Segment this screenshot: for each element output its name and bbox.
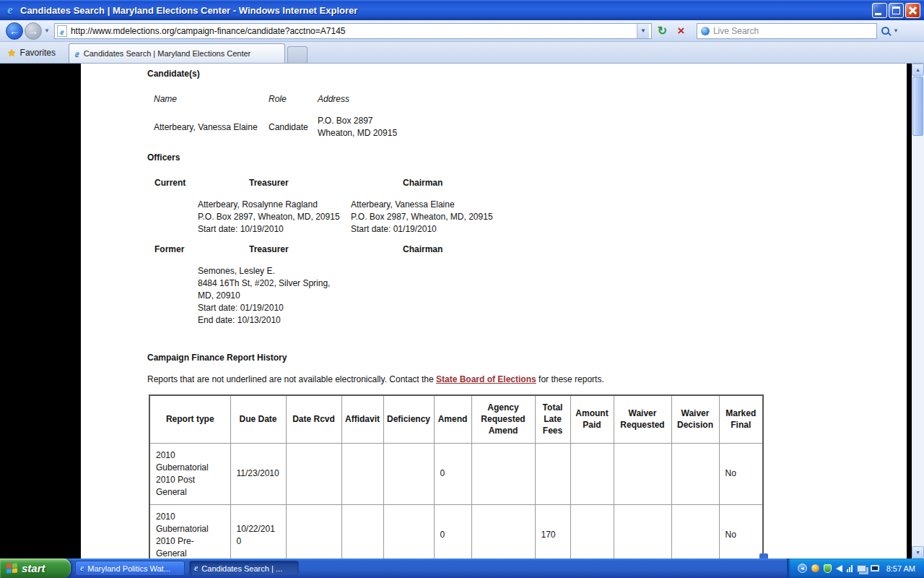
note-suffix: for these reports. [536, 374, 604, 384]
cell-agency-requested-amend [471, 504, 535, 558]
col-marked-final: Marked Final [719, 395, 763, 443]
scroll-down-icon: ▼ [915, 550, 920, 555]
navigation-toolbar: ← → ▼ e ▼ ↻ × ▼ [0, 20, 924, 42]
scroll-down-button[interactable]: ▼ [912, 546, 924, 558]
col-affidavit: Affidavit [341, 395, 383, 443]
ie-logo-icon: e [4, 4, 17, 17]
scrollbar-thumb[interactable] [912, 77, 923, 136]
cell-due-date: 11/23/2010 [230, 443, 286, 504]
cell-amount-paid [570, 504, 614, 558]
report-history-note: Reports that are not underlined are not … [147, 374, 907, 386]
new-tab-button[interactable] [287, 46, 308, 63]
tab-title: Candidates Search | Maryland Elections C… [84, 49, 251, 58]
minimize-icon [875, 13, 881, 15]
cell-marked-final: No [719, 443, 763, 504]
former-treasurer-address-line1: 8484 16Th St, #202, Silver Spring, [198, 277, 351, 290]
address-dropdown-button[interactable]: ▼ [637, 24, 649, 38]
favorites-button[interactable]: ★ Favorites [4, 43, 61, 62]
stop-button[interactable]: × [673, 22, 689, 39]
system-tray: ◄ 8:57 AM [787, 558, 924, 578]
address-bar[interactable]: e ▼ [54, 23, 652, 39]
hide-icons-button[interactable]: ◄ [798, 564, 807, 573]
live-search-box[interactable] [697, 23, 877, 39]
column-header-address: Address [318, 94, 601, 105]
browser-window: e Candidates Search | Maryland Elections… [0, 0, 924, 578]
refresh-button[interactable]: ↻ [654, 22, 671, 39]
cell-deficiency [383, 443, 434, 504]
window-title: Candidates Search | Maryland Elections C… [20, 5, 871, 16]
signal-tray-icon[interactable] [847, 565, 853, 572]
current-chairman-block: Atterbeary, Vanessa Elaine P.O. Box 2987… [351, 199, 907, 236]
table-row: 2010 Gubernatorial 2010 Pre-General 10/2… [149, 504, 763, 558]
cell-report-type: 2010 Gubernatorial 2010 Post General [149, 443, 230, 504]
current-treasurer-start-date: Start date: 10/19/2010 [198, 223, 351, 236]
state-board-link[interactable]: State Board of Elections [436, 374, 536, 384]
cell-waiver-decision [671, 504, 719, 558]
minimize-button[interactable] [872, 3, 887, 18]
page-viewport: Candidate(s) Name Role Address Atterbear… [0, 64, 924, 558]
cell-amount-paid [570, 443, 614, 504]
treasurer-label: Treasurer [198, 178, 351, 189]
candidate-address-line2: Wheaton, MD 20915 [318, 127, 601, 139]
update-tray-icon[interactable] [811, 564, 819, 572]
close-button[interactable] [905, 3, 920, 18]
report-history-heading: Campaign Finance Report History [147, 353, 907, 363]
ie-task-icon: e [80, 563, 84, 574]
cell-report-type: 2010 Gubernatorial 2010 Pre-General [149, 504, 230, 558]
forward-button[interactable]: → [25, 22, 42, 40]
forward-arrow-icon: → [28, 25, 38, 37]
col-due-date: Due Date [230, 395, 286, 443]
favorites-star-icon: ★ [7, 47, 17, 59]
cell-affidavit [341, 504, 383, 558]
column-header-role: Role [269, 94, 318, 105]
task-label: Candidates Search | ... [201, 564, 282, 573]
favicon-glyph: e [60, 27, 64, 35]
ie-logo-glyph: e [7, 3, 13, 17]
current-chairman-address: P.O. Box 2987, Wheaton, MD, 20915 [351, 211, 907, 223]
refresh-icon: ↻ [658, 24, 667, 38]
display-tray-icon[interactable] [871, 565, 879, 571]
start-button[interactable]: start [0, 558, 71, 578]
col-report-type: Report type [149, 395, 230, 443]
cell-total-late-fees [535, 443, 570, 504]
scroll-up-button[interactable]: ▲ [912, 64, 924, 76]
candidate-address: P.O. Box 2897 Wheaton, MD 20915 [318, 115, 601, 139]
officers-current-header-row: Current Treasurer Chairman [147, 178, 907, 189]
cell-deficiency [383, 504, 434, 558]
security-tray-icon[interactable] [824, 564, 832, 573]
candidate-name: Atterbeary, Vanessa Elaine [154, 121, 269, 134]
search-icon [881, 27, 889, 35]
vertical-scrollbar[interactable]: ▲ ▼ [912, 64, 924, 558]
page-favicon: e [57, 25, 67, 37]
cell-date-rcvd [286, 443, 341, 504]
search-go-button[interactable]: ▼ [881, 27, 899, 35]
maximize-button[interactable] [889, 3, 904, 18]
tab-bar: ★ Favorites e Candidates Search | Maryla… [0, 42, 924, 64]
partial-page-icon [759, 553, 768, 558]
taskbar-item-candidates-search[interactable]: e Candidates Search | ... [189, 561, 299, 576]
task-label: Maryland Politics Wat... [87, 564, 170, 573]
col-waiver-requested: Waiver Requested [614, 395, 671, 443]
current-chairman-name: Atterbeary, Vanessa Elaine [351, 199, 907, 211]
url-input[interactable] [71, 25, 637, 38]
back-arrow-icon: ← [9, 25, 19, 37]
history-dropdown-icon[interactable]: ▼ [44, 27, 50, 34]
report-history-table: Report type Due Date Date Rcvd Affidavit… [149, 394, 764, 558]
col-date-rcvd: Date Rcvd [286, 395, 341, 443]
note-prefix: Reports that are not underlined are not … [147, 374, 436, 384]
ie-task-icon: e [194, 563, 198, 574]
tab-candidates-search[interactable]: e Candidates Search | Maryland Elections… [69, 43, 285, 63]
network-tray-icon[interactable] [857, 565, 866, 572]
taskbar-item-maryland-politics[interactable]: e Maryland Politics Wat... [75, 561, 185, 576]
search-input[interactable] [713, 25, 873, 38]
windows-logo-icon [6, 563, 17, 574]
col-agency-requested-amend: Agency Requested Amend [471, 395, 535, 443]
stop-icon: × [677, 24, 684, 38]
favorites-label: Favorites [20, 48, 56, 58]
cell-waiver-requested [614, 504, 671, 558]
former-treasurer-address-line2: MD, 20910 [198, 290, 351, 302]
volume-tray-icon[interactable] [836, 565, 842, 572]
candidates-heading: Candidate(s) [147, 69, 907, 79]
col-waiver-decision: Waiver Decision [671, 395, 719, 443]
back-button[interactable]: ← [6, 22, 23, 40]
